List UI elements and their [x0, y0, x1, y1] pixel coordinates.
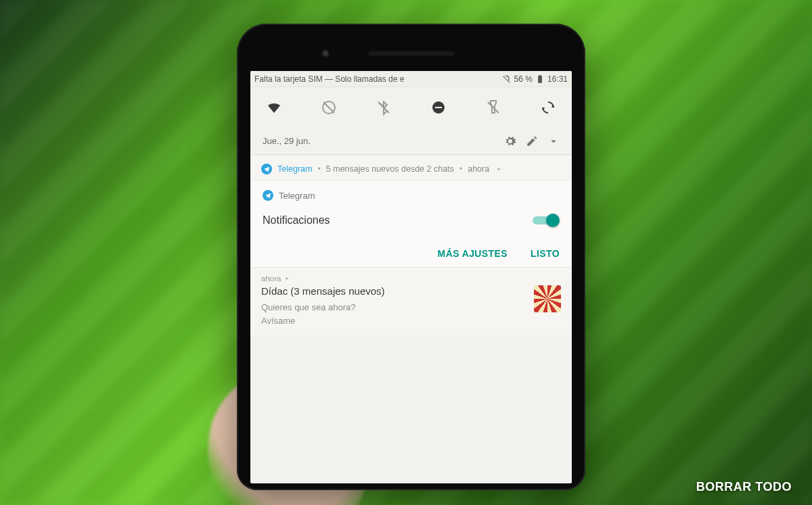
screen: Falta la tarjeta SIM — Solo llamadas de …	[250, 71, 572, 483]
no-sim-icon	[502, 74, 512, 84]
more-settings-button[interactable]: MÁS AJUSTES	[438, 248, 508, 259]
status-time: 16:31	[547, 74, 568, 84]
status-right: 56 % 16:31	[502, 74, 568, 84]
notifications-label: Notificaciones	[263, 214, 330, 226]
phone-frame: Falta la tarjeta SIM — Solo llamadas de …	[237, 24, 585, 490]
date-row: Jue., 29 jun.	[250, 128, 572, 155]
notification-time: ahora	[261, 274, 561, 283]
flashlight-off-icon[interactable]	[484, 99, 502, 116]
notification-title: Dídac (3 mensajes nuevos)	[261, 285, 561, 297]
chevron-down-icon	[283, 274, 291, 283]
notification-header[interactable]: Telegram • 5 mensajes nuevos desde 2 cha…	[250, 155, 572, 180]
data-saver-off-icon[interactable]	[320, 99, 338, 116]
quick-settings	[250, 87, 572, 128]
gear-icon[interactable]	[504, 135, 516, 147]
do-not-disturb-icon[interactable]	[430, 99, 447, 116]
phone-camera	[321, 49, 330, 57]
wifi-icon[interactable]	[265, 99, 283, 116]
notifications-toggle[interactable]	[533, 213, 560, 228]
card-app-name: Telegram	[279, 191, 315, 201]
battery-icon	[535, 74, 545, 84]
bluetooth-off-icon[interactable]	[375, 99, 392, 116]
battery-percent: 56 %	[514, 74, 533, 84]
done-button[interactable]: LISTO	[531, 248, 560, 259]
message-line: Avísame	[261, 314, 561, 328]
notification-settings-card: Telegram Notificaciones MÁS AJUSTES LIST…	[250, 180, 572, 267]
phone-speaker	[367, 51, 455, 56]
chevron-down-icon[interactable]	[547, 135, 560, 147]
chevron-up-icon	[495, 165, 503, 173]
status-sim-text: Falta la tarjeta SIM — Solo llamadas de …	[254, 74, 502, 84]
clear-all-button[interactable]: BORRAR TODO	[696, 480, 792, 494]
svg-rect-2	[435, 107, 442, 108]
message-line: Quieres que sea ahora?	[261, 301, 561, 314]
telegram-icon	[263, 190, 273, 201]
auto-rotate-icon[interactable]	[539, 99, 557, 116]
message-notification[interactable]: ahora Dídac (3 mensajes nuevos) Quieres …	[250, 267, 572, 335]
avatar	[534, 285, 561, 312]
status-bar: Falta la tarjeta SIM — Solo llamadas de …	[250, 71, 572, 87]
app-name: Telegram	[277, 164, 312, 174]
date-text: Jue., 29 jun.	[263, 136, 311, 146]
notification-time: ahora	[468, 164, 489, 174]
card-app-row: Telegram	[263, 190, 560, 201]
notification-summary: 5 mensajes nuevos desde 2 chats	[326, 164, 454, 174]
telegram-icon	[261, 164, 272, 174]
notifications-toggle-row: Notificaciones	[263, 213, 560, 228]
edit-icon[interactable]	[526, 135, 538, 147]
